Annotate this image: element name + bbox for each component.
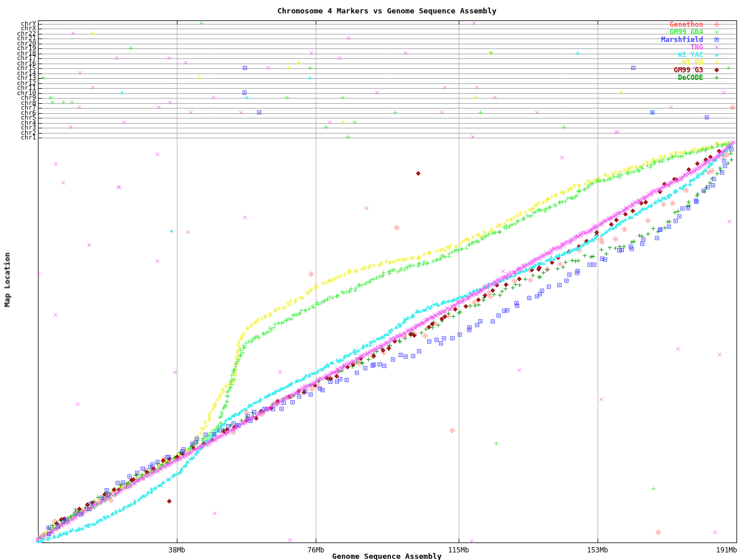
- x-axis-label: Genome Sequence Assembly: [0, 552, 747, 560]
- legend-label-decode: DeCODE: [607, 74, 703, 82]
- chart-title: Chromosome 4 Markers vs Genome Sequence …: [0, 6, 747, 15]
- chromosome-marker-plot: Chromosome 4 Markers vs Genome Sequence …: [0, 0, 747, 560]
- x-tick-label-76Mb: 76Mb: [308, 546, 324, 554]
- x-tick-label-153Mb: 153Mb: [587, 546, 608, 554]
- x-tick-label-191Mb: 191Mb: [716, 546, 737, 554]
- legend-label-marshfield: Marshfield: [607, 36, 703, 44]
- plot-canvas: [0, 0, 747, 560]
- chr-row-label-chr1: chr1: [0, 135, 36, 140]
- x-tick-label-115Mb: 115Mb: [448, 546, 469, 554]
- y-axis-label: Map Location: [3, 246, 12, 314]
- x-tick-label-38Mb: 38Mb: [169, 546, 186, 554]
